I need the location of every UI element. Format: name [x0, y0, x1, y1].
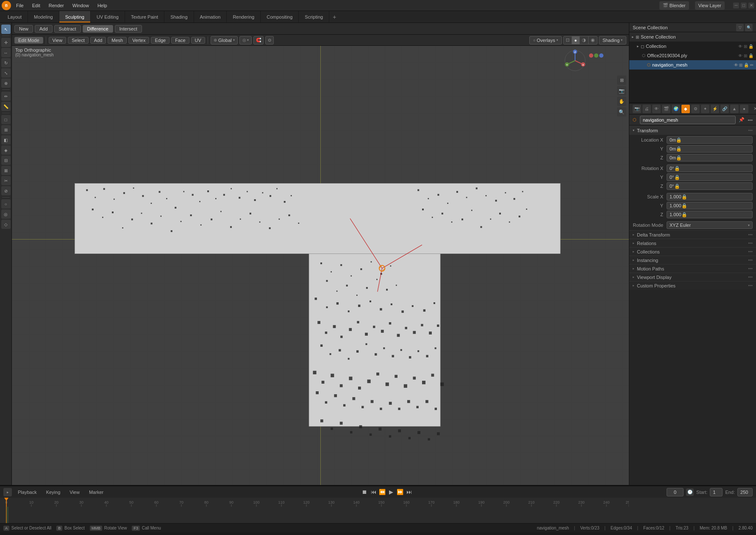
- move-view-btn[interactable]: ✋: [617, 97, 626, 106]
- rotation-z-field[interactable]: 0° 🔒: [667, 182, 753, 190]
- scale-z-lock[interactable]: 🔒: [681, 212, 687, 217]
- rotation-z-lock[interactable]: 🔒: [674, 184, 680, 189]
- pivot-btn[interactable]: ◎ ▾: [239, 36, 252, 45]
- close-btn[interactable]: ✕: [748, 3, 754, 8]
- location-z-field[interactable]: 0m 🔒: [667, 154, 753, 162]
- props-view-tab[interactable]: 👁: [652, 105, 661, 113]
- scene-collection-row[interactable]: ▸ ⊞ Scene Collection: [629, 32, 756, 42]
- props-object-tab[interactable]: ◆: [681, 105, 690, 113]
- proportional-edit-btn[interactable]: ⊙: [265, 36, 274, 45]
- rotation-y-field[interactable]: 0° 🔒: [667, 173, 753, 181]
- props-scene-tab[interactable]: 🎬: [662, 105, 670, 113]
- tool-loop-cut[interactable]: ⊟: [1, 156, 11, 165]
- tool-inset[interactable]: ◧: [1, 135, 11, 145]
- vertex-menu[interactable]: Vertex: [128, 37, 149, 44]
- frame-clock-icon[interactable]: 🕐: [686, 488, 694, 496]
- marker-menu[interactable]: Marker: [86, 489, 107, 496]
- zoom-view-btn[interactable]: 🔍: [617, 107, 626, 117]
- props-more-btn[interactable]: •••: [748, 117, 753, 123]
- step-fwd-btn[interactable]: ⏩: [396, 488, 404, 496]
- grid-view-btn[interactable]: ⊞: [617, 75, 626, 85]
- menu-file[interactable]: File: [13, 2, 27, 9]
- menu-window[interactable]: Window: [69, 2, 92, 9]
- edge-menu[interactable]: Edge: [151, 37, 170, 44]
- tool-bevel[interactable]: ◈: [1, 145, 11, 155]
- tool-annotate[interactable]: ✏: [1, 92, 11, 101]
- playback-indicator[interactable]: ▸: [3, 488, 12, 496]
- tool-relax[interactable]: ◎: [1, 209, 11, 219]
- custom-properties-section[interactable]: ▸ Custom Properties •••: [629, 281, 756, 290]
- add-menu[interactable]: Add: [90, 37, 106, 44]
- delta-transform-section[interactable]: ▸ Delta Transform •••: [629, 230, 756, 239]
- tool-move[interactable]: ↔: [1, 48, 11, 57]
- tool-slide[interactable]: ◇: [1, 220, 11, 229]
- end-frame-field[interactable]: 250: [737, 488, 753, 496]
- scene-selector[interactable]: 🎬 Blender: [659, 1, 689, 10]
- props-material-tab[interactable]: ●: [740, 105, 748, 113]
- solid-btn[interactable]: ●: [572, 36, 580, 44]
- current-frame-field[interactable]: 0: [667, 488, 684, 496]
- props-modifier-tab[interactable]: ⚙: [691, 105, 700, 113]
- tool-measure[interactable]: 📏: [1, 102, 11, 111]
- overlays-btn[interactable]: ○ Overlays ▾: [529, 36, 562, 45]
- face-menu[interactable]: Face: [171, 37, 189, 44]
- tool-bisect[interactable]: ⊘: [1, 186, 11, 195]
- props-world-tab[interactable]: 🌍: [672, 105, 680, 113]
- scale-x-lock[interactable]: 🔒: [681, 194, 687, 200]
- playback-menu[interactable]: Playback: [14, 489, 40, 496]
- rotation-gizmo[interactable]: Z X Y: [564, 49, 586, 72]
- mesh-menu[interactable]: Mesh: [108, 37, 127, 44]
- menu-render[interactable]: Render: [45, 2, 67, 9]
- relations-section[interactable]: ▸ Relations •••: [629, 239, 756, 247]
- shading-menu[interactable]: Shading ▾: [599, 36, 626, 45]
- tab-animation[interactable]: Animation: [194, 11, 227, 22]
- op-difference[interactable]: Difference: [83, 25, 113, 33]
- props-data-tab[interactable]: ▲: [730, 105, 739, 113]
- view-menu[interactable]: View: [49, 37, 67, 44]
- scale-z-field[interactable]: 1.000 🔒: [667, 211, 753, 218]
- scale-y-field[interactable]: 1.000 🔒: [667, 202, 753, 209]
- transform-space-btn[interactable]: ⊕ Global ▾: [211, 36, 238, 45]
- object-name-field[interactable]: navigation_mesh: [640, 116, 736, 124]
- location-x-field[interactable]: 0m 🔒: [667, 136, 753, 144]
- op-new[interactable]: New: [14, 25, 33, 33]
- snap-btn[interactable]: 🧲: [253, 36, 264, 45]
- props-particles-tab[interactable]: ✦: [701, 105, 709, 113]
- viewport-display-section[interactable]: ▸ Viewport Display •••: [629, 273, 756, 281]
- tab-shading[interactable]: Shading: [164, 11, 194, 22]
- tab-compositing[interactable]: Compositing: [261, 11, 299, 22]
- props-physics-tab[interactable]: ⚡: [711, 105, 719, 113]
- op-subtract[interactable]: Subtract: [54, 25, 81, 33]
- material-btn[interactable]: ◑: [580, 36, 589, 44]
- tool-extrude[interactable]: ⊞: [1, 125, 11, 134]
- office-mesh-row[interactable]: ⬡ Office20190304.ply 👁 ⊞ 🔒: [629, 51, 756, 60]
- camera-view-btn[interactable]: 📷: [617, 86, 626, 95]
- jump-end-btn[interactable]: ⏭: [405, 488, 413, 496]
- start-frame-field[interactable]: 1: [710, 488, 723, 496]
- tool-knife[interactable]: ✂: [1, 176, 11, 185]
- rotation-y-lock[interactable]: 🔒: [674, 175, 680, 180]
- motion-paths-section[interactable]: ▸ Motion Paths •••: [629, 264, 756, 273]
- view-menu[interactable]: View: [66, 489, 83, 496]
- tab-texture-paint[interactable]: Texture Paint: [125, 11, 164, 22]
- scale-y-lock[interactable]: 🔒: [681, 203, 687, 209]
- rotation-x-lock[interactable]: 🔒: [674, 166, 680, 171]
- render-btn[interactable]: ◉: [589, 36, 597, 44]
- add-workspace-tab-btn[interactable]: +: [329, 11, 339, 22]
- rotation-mode-field[interactable]: XYZ Euler ▾: [667, 221, 753, 229]
- menu-edit[interactable]: Edit: [29, 2, 44, 9]
- location-y-lock[interactable]: 🔒: [676, 146, 682, 152]
- rotation-x-field[interactable]: 0° 🔒: [667, 164, 753, 172]
- props-pin-btn[interactable]: 📌: [737, 117, 746, 123]
- transform-section-header[interactable]: ▾ Transform •••: [629, 125, 756, 135]
- uv-menu[interactable]: UV: [191, 37, 205, 44]
- tool-cursor[interactable]: ✛: [1, 38, 11, 47]
- wireframe-btn[interactable]: ⊡: [564, 36, 572, 44]
- nav-mesh-row[interactable]: ⬡ navigation_mesh 👁 ⊞ 🔒 ✏: [629, 60, 756, 70]
- props-render-tab[interactable]: 📷: [633, 105, 641, 113]
- tool-select[interactable]: ↖: [1, 25, 11, 34]
- scale-x-field[interactable]: 1.000 🔒: [667, 193, 753, 201]
- minimize-btn[interactable]: ─: [733, 3, 739, 8]
- outliner-search-btn[interactable]: 🔍: [745, 24, 753, 31]
- tab-modeling[interactable]: Modeling: [28, 11, 59, 22]
